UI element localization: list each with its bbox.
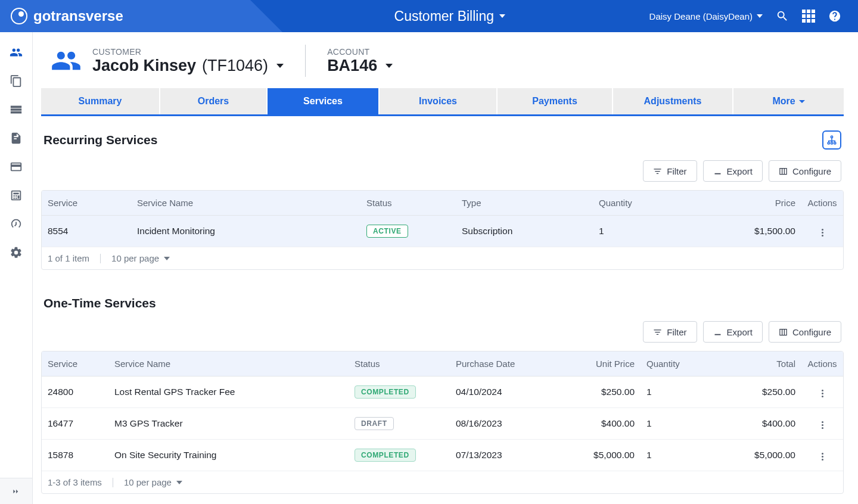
col-total[interactable]: Total <box>712 351 801 377</box>
sidebar-item-payment[interactable] <box>4 154 28 180</box>
export-button[interactable]: Export <box>703 321 763 343</box>
tabs: Summary Orders Services Invoices Payment… <box>41 88 844 116</box>
tab-more[interactable]: More <box>733 88 844 114</box>
row-actions-menu[interactable] <box>818 418 827 433</box>
configure-label: Configure <box>792 327 831 337</box>
export-button[interactable]: Export <box>703 160 763 182</box>
col-quantity[interactable]: Quantity <box>641 351 712 377</box>
user-menu[interactable]: Daisy Deane (DaisyDean) <box>649 11 763 21</box>
cell-quantity: 1 <box>641 408 712 440</box>
row-actions-menu[interactable] <box>818 386 827 401</box>
cell-status: COMPLETED <box>349 440 450 471</box>
customer-label: CUSTOMER <box>92 47 284 57</box>
onetime-section-title: One-Time Services <box>43 296 156 310</box>
row-actions-menu[interactable] <box>818 449 827 464</box>
customer-header: CUSTOMER Jacob Kinsey (TF1046) ACCOUNT B… <box>41 41 844 88</box>
chevron-down-icon <box>799 100 805 103</box>
recurring-count: 1 of 1 item <box>48 253 89 263</box>
cell-purchase-date: 07/13/2023 <box>450 440 557 471</box>
sidebar <box>0 32 33 504</box>
cell-purchase-date: 04/10/2024 <box>450 377 557 408</box>
col-purchase-date[interactable]: Purchase Date <box>450 351 557 377</box>
tab-payments[interactable]: Payments <box>498 88 613 114</box>
help-icon[interactable] <box>828 10 841 23</box>
sidebar-item-customers[interactable] <box>4 39 28 66</box>
sidebar-item-settings[interactable] <box>4 239 28 266</box>
tab-invoices[interactable]: Invoices <box>380 88 498 114</box>
onetime-perpage[interactable]: 10 per page <box>124 477 182 487</box>
col-price[interactable]: Price <box>688 191 801 216</box>
sidebar-item-server[interactable] <box>4 97 28 123</box>
brand-text: gotransverse <box>33 8 123 24</box>
filter-button[interactable]: Filter <box>643 321 697 343</box>
filter-label: Filter <box>667 166 686 176</box>
table-row[interactable]: 8554Incident MonitoringACTIVESubscriptio… <box>42 216 843 247</box>
status-badge: COMPLETED <box>355 385 416 399</box>
status-badge: COMPLETED <box>355 449 416 462</box>
cell-name: M3 GPS Tracker <box>108 408 349 440</box>
cell-type: Subscription <box>456 216 593 247</box>
sidebar-expand-toggle[interactable] <box>0 478 32 504</box>
col-status[interactable]: Status <box>360 191 456 216</box>
apps-grid-icon[interactable] <box>802 10 815 23</box>
tab-services[interactable]: Services <box>268 88 380 114</box>
account-label: ACCOUNT <box>327 47 393 57</box>
onetime-table: Service Service Name Status Purchase Dat… <box>41 351 844 494</box>
recurring-perpage[interactable]: 10 per page <box>111 253 170 263</box>
cell-purchase-date: 08/16/2023 <box>450 408 557 440</box>
search-icon[interactable] <box>776 10 789 23</box>
filter-label: Filter <box>667 327 686 337</box>
status-badge: DRAFT <box>355 417 394 430</box>
table-row[interactable]: 15878On Site Security TrainingCOMPLETED0… <box>42 440 843 471</box>
row-actions-menu[interactable] <box>818 225 827 240</box>
tab-orders[interactable]: Orders <box>160 88 268 114</box>
customer-dropdown[interactable]: Jacob Kinsey (TF1046) <box>92 57 284 75</box>
status-badge: ACTIVE <box>366 225 408 238</box>
export-label: Export <box>727 166 753 176</box>
sidebar-item-calculator[interactable] <box>4 182 28 209</box>
col-name[interactable]: Service Name <box>131 191 360 216</box>
cell-total: $250.00 <box>712 377 801 408</box>
divider <box>305 45 306 77</box>
sidebar-item-dashboard[interactable] <box>4 211 28 237</box>
export-label: Export <box>727 327 753 337</box>
col-type[interactable]: Type <box>456 191 593 216</box>
col-service[interactable]: Service <box>42 351 108 377</box>
cell-service: 8554 <box>42 216 131 247</box>
sidebar-item-document[interactable] <box>4 125 28 151</box>
perpage-label: 10 per page <box>124 477 172 487</box>
page-title: Customer Billing <box>394 8 494 24</box>
chevron-down-icon <box>164 257 170 260</box>
perpage-label: 10 per page <box>111 253 159 263</box>
table-row[interactable]: 16477M3 GPS TrackerDRAFT08/16/2023$400.0… <box>42 408 843 440</box>
account-dropdown[interactable]: BA146 <box>327 57 393 75</box>
cell-quantity: 1 <box>593 216 688 247</box>
customer-code: (TF1046) <box>202 57 268 75</box>
configure-button[interactable]: Configure <box>769 321 841 343</box>
cell-total: $400.00 <box>712 408 801 440</box>
brand-area: gotransverse <box>0 0 250 32</box>
chevron-down-icon <box>276 64 284 68</box>
configure-button[interactable]: Configure <box>769 160 841 182</box>
onetime-count: 1-3 of 3 items <box>48 477 102 487</box>
chevron-down-icon <box>386 64 393 68</box>
hierarchy-button[interactable] <box>822 130 841 150</box>
col-unit-price[interactable]: Unit Price <box>557 351 641 377</box>
onetime-toolbar: Filter Export Configure <box>41 321 844 343</box>
filter-button[interactable]: Filter <box>643 160 697 182</box>
sidebar-item-copy[interactable] <box>4 68 28 94</box>
col-actions: Actions <box>801 191 843 216</box>
table-row[interactable]: 24800Lost Rental GPS Tracker FeeCOMPLETE… <box>42 377 843 408</box>
cell-name: Incident Monitoring <box>131 216 360 247</box>
col-quantity[interactable]: Quantity <box>593 191 688 216</box>
configure-label: Configure <box>792 166 831 176</box>
tab-summary[interactable]: Summary <box>41 88 160 114</box>
chevron-down-icon <box>757 14 763 18</box>
col-name[interactable]: Service Name <box>108 351 349 377</box>
col-status[interactable]: Status <box>349 351 450 377</box>
customer-name: Jacob Kinsey <box>92 57 196 75</box>
tab-adjustments[interactable]: Adjustments <box>613 88 733 114</box>
recurring-section-title: Recurring Services <box>43 133 157 147</box>
col-service[interactable]: Service <box>42 191 131 216</box>
page-title-dropdown[interactable]: Customer Billing <box>250 8 649 24</box>
